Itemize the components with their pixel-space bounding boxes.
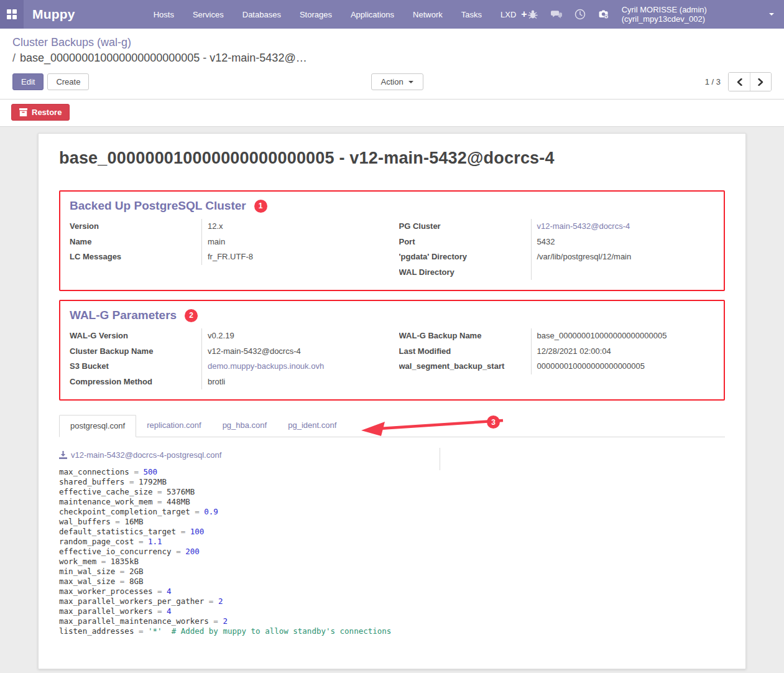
- breadcrumb-current: base_000000010000000000000005 - v12-main…: [20, 52, 307, 64]
- navbar-item-applications[interactable]: Applications: [351, 10, 394, 19]
- field-value: 000000010000000000000005: [531, 359, 715, 374]
- record-title: base_000000010000000000000005 - v12-main…: [59, 149, 725, 168]
- tabs-row: postgresql.confreplication.confpg_hba.co…: [59, 415, 725, 437]
- field-label: Name: [70, 234, 201, 250]
- config-line: listen_addresses = '*' # Added by muppy …: [59, 626, 725, 636]
- brand-logo[interactable]: Muppy: [32, 7, 75, 22]
- caret-down-icon: [769, 13, 774, 16]
- config-line: effective_io_concurrency = 200: [59, 547, 725, 557]
- field-value-link[interactable]: v12-main-5432@docrcs-4: [531, 219, 715, 234]
- annotated-section-2: WAL-G Parameters2WAL-G Versionv0.2.19Clu…: [59, 300, 725, 401]
- field-value: /var/lib/postgresql/12/main: [531, 249, 715, 265]
- field-label: Last Modified: [399, 344, 531, 360]
- action-dropdown-button[interactable]: Action: [371, 73, 423, 90]
- camera-plus-icon[interactable]: [598, 9, 609, 20]
- bug-icon[interactable]: [527, 9, 538, 20]
- navbar-item-services[interactable]: Services: [193, 10, 224, 19]
- field-label: WAL-G Backup Name: [399, 328, 531, 344]
- section-title: Backed Up PostgreSQL Cluster: [70, 199, 246, 213]
- field-value-link[interactable]: demo.muppy-backups.inouk.ovh: [201, 359, 385, 374]
- breadcrumb: Cluster Backups (wal-g) / base_000000010…: [12, 35, 485, 66]
- pager: 1 / 3: [705, 72, 772, 91]
- pager-previous-button[interactable]: [729, 73, 750, 91]
- field-value: fr_FR.UTF-8: [201, 249, 385, 265]
- annotation-arrow: [359, 415, 508, 436]
- content-area: base_000000010000000000000005 - v12-main…: [0, 127, 784, 669]
- edit-button[interactable]: Edit: [12, 73, 44, 90]
- field-value: 12.x: [201, 219, 385, 234]
- navbar-item-tasks[interactable]: Tasks: [461, 10, 482, 19]
- field-value: 12/28/2021 02:00:04: [531, 344, 715, 360]
- config-line: max_parallel_workers_per_gather = 2: [59, 596, 725, 606]
- config-line: max_parallel_maintenance_workers = 2: [59, 616, 725, 626]
- config-line: random_page_cost = 1.1: [59, 537, 725, 547]
- navbar-item-hosts[interactable]: Hosts: [154, 10, 174, 19]
- field-label: Version: [70, 219, 201, 234]
- config-line: max_wal_size = 8GB: [59, 577, 725, 587]
- field-value: v12-main-5432@docrcs-4: [201, 344, 385, 360]
- field-label: S3 Bucket: [70, 359, 201, 374]
- archive-icon: [19, 108, 27, 116]
- chevron-left-icon: [737, 78, 742, 86]
- create-button[interactable]: Create: [47, 73, 89, 90]
- tab-pg_ident-conf[interactable]: pg_ident.conf: [277, 415, 347, 437]
- field-group: Version12.xNamemainLC Messagesfr_FR.UTF-…: [70, 219, 385, 280]
- field-group: WAL-G Versionv0.2.19Cluster Backup Namev…: [70, 328, 385, 389]
- annotation-badge-1: 1: [254, 200, 267, 213]
- breadcrumb-parent-link[interactable]: Cluster Backups (wal-g): [12, 36, 131, 49]
- pager-value: 1 / 3: [705, 77, 721, 86]
- breadcrumb-separator: /: [12, 52, 16, 64]
- column-divider: [440, 448, 440, 470]
- field-label: 'pgdata' Directory: [399, 249, 531, 265]
- config-line: checkpoint_completion_target = 0.9: [59, 507, 725, 517]
- navbar-right: Cyril MORISSE (admin) (cyril_mpy13cdev_0…: [527, 5, 784, 24]
- config-line: wal_buffers = 16MB: [59, 517, 725, 527]
- field-value: brotli: [201, 374, 385, 390]
- navbar-item-network[interactable]: Network: [413, 10, 443, 19]
- control-panel-buttons: Edit Create Action 1 / 3: [12, 72, 772, 91]
- config-file-content: max_connections = 500shared_buffers = 17…: [59, 467, 725, 636]
- apps-grid-icon: [7, 9, 17, 19]
- navbar-item-storages[interactable]: Storages: [300, 10, 332, 19]
- config-line: maintenance_work_mem = 448MB: [59, 497, 725, 507]
- field-value: v0.2.19: [201, 328, 385, 344]
- config-line: max_parallel_workers = 4: [59, 606, 725, 616]
- field-label: wal_segment_backup_start: [399, 359, 531, 374]
- field-value: 5432: [531, 234, 715, 250]
- navbar-item-databases[interactable]: Databases: [242, 10, 281, 19]
- download-file-link[interactable]: v12-main-5432@docrcs-4-postgresql.conf: [59, 450, 221, 460]
- tab-postgresql-conf[interactable]: postgresql.conf: [59, 415, 136, 437]
- field-label: Compression Method: [70, 374, 201, 390]
- user-menu[interactable]: Cyril MORISSE (admin) (cyril_mpy13cdev_0…: [622, 5, 774, 24]
- tab-content: v12-main-5432@docrcs-4-postgresql.conf m…: [59, 437, 725, 636]
- section-title: WAL-G Parameters: [70, 309, 177, 322]
- tab-pg_hba-conf[interactable]: pg_hba.conf: [212, 415, 278, 437]
- config-line: max_connections = 500: [59, 467, 725, 477]
- annotated-section-1: Backed Up PostgreSQL Cluster1Version12.x…: [59, 190, 725, 291]
- config-line: shared_buffers = 1792MB: [59, 477, 725, 487]
- pager-next-button[interactable]: [750, 73, 771, 91]
- field-value: base_000000010000000000000005: [531, 328, 715, 344]
- field-value: [531, 265, 715, 281]
- control-panel: Cluster Backups (wal-g) / base_000000010…: [0, 29, 784, 100]
- restore-button[interactable]: Restore: [11, 104, 70, 121]
- navbar-item-lxd[interactable]: LXD: [500, 10, 516, 19]
- field-label: LC Messages: [70, 249, 201, 265]
- field-label: Cluster Backup Name: [70, 344, 201, 360]
- caret-down-icon: [408, 81, 413, 83]
- config-line: work_mem = 1835kB: [59, 557, 725, 567]
- field-group: WAL-G Backup Namebase_000000010000000000…: [399, 328, 715, 389]
- plus-icon[interactable]: +: [521, 9, 527, 20]
- chat-icon[interactable]: [551, 9, 562, 20]
- form-sections: Backed Up PostgreSQL Cluster1Version12.x…: [59, 190, 725, 401]
- user-name: Cyril MORISSE (admin) (cyril_mpy13cdev_0…: [622, 5, 765, 24]
- annotation-badge-2: 2: [185, 309, 198, 322]
- field-label: WAL Directory: [399, 265, 531, 281]
- apps-menu-button[interactable]: [0, 0, 24, 29]
- field-label: WAL-G Version: [70, 328, 201, 344]
- tab-replication-conf[interactable]: replication.conf: [136, 415, 211, 437]
- form-sheet: base_000000010000000000000005 - v12-main…: [38, 133, 746, 669]
- notebook: postgresql.confreplication.confpg_hba.co…: [59, 415, 725, 636]
- clock-icon[interactable]: [574, 9, 586, 20]
- config-line: max_worker_processes = 4: [59, 587, 725, 596]
